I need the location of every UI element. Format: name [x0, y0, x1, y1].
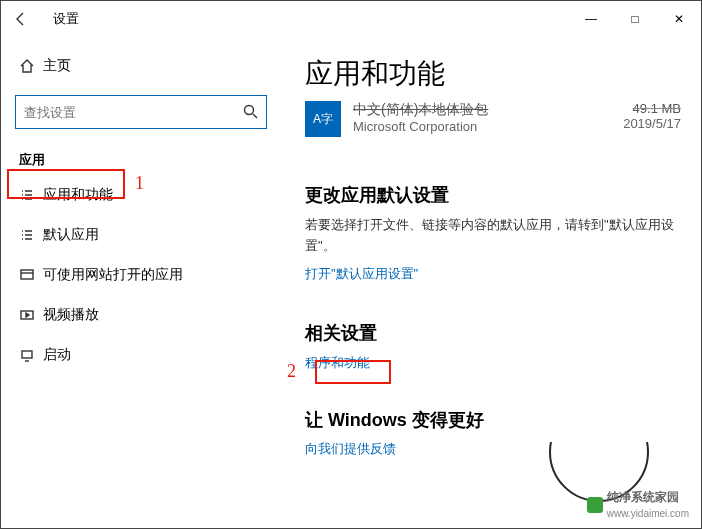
list-icon [19, 187, 43, 203]
sidebar-item-label: 启动 [43, 346, 71, 364]
sidebar-item-label: 默认应用 [43, 226, 99, 244]
block-text: 若要选择打开文件、链接等内容的默认应用，请转到"默认应用设置"。 [305, 215, 681, 257]
block-title: 更改应用默认设置 [305, 183, 681, 207]
watermark-logo-icon [587, 497, 603, 513]
sidebar-item-label: 应用和功能 [43, 186, 113, 204]
svg-rect-3 [22, 351, 32, 358]
sidebar-item-label: 视频播放 [43, 306, 99, 324]
search-input[interactable] [24, 105, 242, 120]
block-title: 让 Windows 变得更好 [305, 408, 681, 432]
arrow-left-icon [13, 11, 29, 27]
annotation-label-2: 2 [287, 361, 296, 382]
svg-point-0 [245, 105, 254, 114]
main-panel: 应用和功能 A字 中文(简体)本地体验包 Microsoft Corporati… [281, 37, 701, 528]
defaults-icon [19, 227, 43, 243]
content-area: 主页 应用 应用和功能 默认应用 可使用网站打开的应用 [1, 37, 701, 528]
sidebar-item-video-playback[interactable]: 视频播放 [1, 295, 281, 335]
sidebar-item-label: 可使用网站打开的应用 [43, 266, 183, 284]
app-right: 49.1 MB 2019/5/17 [623, 101, 681, 131]
app-name: 中文(简体)本地体验包 [353, 101, 623, 119]
sidebar-section-label: 应用 [1, 143, 281, 175]
sidebar-home-label: 主页 [43, 57, 71, 75]
watermark-brand: 纯净系统家园 [607, 490, 679, 504]
minimize-button[interactable]: — [569, 1, 613, 37]
search-icon [242, 103, 258, 122]
app-size: 49.1 MB [623, 101, 681, 116]
open-default-apps-link[interactable]: 打开"默认应用设置" [305, 265, 681, 283]
titlebar: 设置 — □ ✕ [1, 1, 701, 37]
back-button[interactable] [1, 1, 41, 37]
sidebar-item-home[interactable]: 主页 [1, 47, 281, 85]
app-tile-icon: A字 [305, 101, 341, 137]
watermark-url: www.yidaimei.com [607, 508, 689, 519]
sidebar-item-startup[interactable]: 启动 [1, 335, 281, 375]
app-date: 2019/5/17 [623, 116, 681, 131]
window-controls: — □ ✕ [569, 1, 701, 37]
annotation-label-1: 1 [135, 173, 144, 194]
search-box[interactable] [15, 95, 267, 129]
page-title: 应用和功能 [305, 55, 681, 93]
sidebar-item-default-apps[interactable]: 默认应用 [1, 215, 281, 255]
window-title: 设置 [53, 10, 79, 28]
block-title: 相关设置 [305, 321, 681, 345]
home-icon [19, 58, 43, 74]
app-publisher: Microsoft Corporation [353, 119, 623, 134]
sidebar-item-apps-for-websites[interactable]: 可使用网站打开的应用 [1, 255, 281, 295]
website-icon [19, 267, 43, 283]
related-settings-block: 相关设置 程序和功能 [305, 321, 681, 372]
close-button[interactable]: ✕ [657, 1, 701, 37]
watermark: 纯净系统家园 www.yidaimei.com [587, 489, 689, 520]
sidebar: 主页 应用 应用和功能 默认应用 可使用网站打开的应用 [1, 37, 281, 528]
app-meta: 中文(简体)本地体验包 Microsoft Corporation [353, 101, 623, 134]
maximize-button[interactable]: □ [613, 1, 657, 37]
change-defaults-block: 更改应用默认设置 若要选择打开文件、链接等内容的默认应用，请转到"默认应用设置"… [305, 183, 681, 283]
programs-and-features-link[interactable]: 程序和功能 [305, 354, 370, 372]
startup-icon [19, 347, 43, 363]
svg-rect-1 [21, 270, 33, 279]
app-row[interactable]: A字 中文(简体)本地体验包 Microsoft Corporation 49.… [305, 101, 681, 137]
video-icon [19, 307, 43, 323]
